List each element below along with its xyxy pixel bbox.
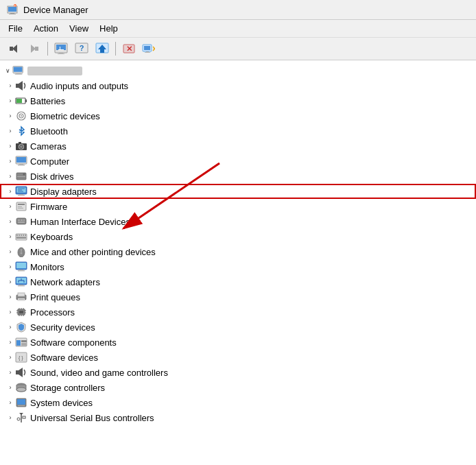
svg-rect-33 <box>25 99 27 102</box>
svg-rect-67 <box>23 235 24 236</box>
icon-softwarecomp <box>15 336 27 348</box>
label-security: Security devices <box>30 322 95 333</box>
tree-item-softwarecomp[interactable]: ›Software components <box>0 335 476 350</box>
icon-biometric <box>15 110 27 122</box>
chevron-disk: › <box>5 173 15 180</box>
svg-rect-8 <box>35 47 38 51</box>
label-biometric: Biometric devices <box>30 111 100 121</box>
svg-rect-110 <box>18 405 25 406</box>
svg-rect-34 <box>16 99 22 103</box>
tree-item-disk[interactable]: ›Disk drives <box>0 169 476 184</box>
svg-marker-105 <box>19 368 23 377</box>
tree-item-batteries[interactable]: ›Batteries <box>0 93 476 108</box>
menu-bar: File Action View Help <box>0 20 476 38</box>
svg-rect-61 <box>23 219 25 221</box>
icon-usb <box>15 412 27 424</box>
tree-item-usb[interactable]: ›Universal Serial Bus controllers <box>0 410 476 425</box>
tree-item-display[interactable]: ›Display adapters <box>0 184 476 199</box>
svg-marker-31 <box>19 81 23 91</box>
tree-item-mice[interactable]: ›Mice and other pointing devices <box>0 244 476 259</box>
svg-rect-45 <box>18 165 25 166</box>
svg-text:?: ? <box>80 44 84 52</box>
main-area: ∨ ›Audio inputs and outputs›Batteries›Bi… <box>0 60 476 464</box>
properties-button[interactable] <box>51 40 71 58</box>
chevron-sound: › <box>5 369 15 376</box>
tree-view[interactable]: ∨ ›Audio inputs and outputs›Batteries›Bi… <box>0 60 476 464</box>
toolbar-separator-1 <box>47 42 48 56</box>
tree-item-firmware[interactable]: ›Firmware <box>0 199 476 214</box>
svg-rect-3 <box>9 14 16 14</box>
menu-view[interactable]: View <box>64 21 94 36</box>
label-batteries: Batteries <box>30 96 65 106</box>
title-bar: Device Manager <box>0 0 476 20</box>
tree-items-container: ›Audio inputs and outputs›Batteries›Biom… <box>0 78 476 425</box>
menu-file[interactable]: File <box>3 21 28 36</box>
chevron-display: › <box>5 188 15 195</box>
tree-item-bluetooth[interactable]: ›Bluetooth <box>0 123 476 139</box>
svg-marker-112 <box>19 413 23 415</box>
title-bar-text: Device Manager <box>23 5 88 15</box>
svg-rect-55 <box>18 204 25 205</box>
back-button[interactable] <box>4 40 23 58</box>
tree-item-computer[interactable]: ›Computer <box>0 154 476 169</box>
svg-rect-64 <box>16 235 18 236</box>
update-driver-button[interactable] <box>93 40 112 58</box>
chevron-security: › <box>5 324 15 331</box>
svg-rect-52 <box>19 194 23 195</box>
svg-point-72 <box>21 252 23 254</box>
svg-rect-12 <box>58 53 64 54</box>
svg-text:{ }: { } <box>19 355 23 361</box>
tree-item-processors[interactable]: ›Processors <box>0 305 476 320</box>
menu-help[interactable]: Help <box>94 21 123 36</box>
tree-root-item[interactable]: ∨ <box>0 63 476 78</box>
tree-item-system[interactable]: ›System devices <box>0 395 476 410</box>
svg-marker-5 <box>12 45 17 53</box>
tree-item-network[interactable]: ›Network adapters <box>0 274 476 289</box>
svg-rect-47 <box>17 176 25 177</box>
icon-bluetooth <box>15 125 27 137</box>
tree-item-softwaredev[interactable]: ›{ }Software devices <box>0 350 476 365</box>
svg-rect-84 <box>19 299 24 300</box>
tree-item-security[interactable]: ›Security devices <box>0 320 476 335</box>
svg-rect-30 <box>16 84 19 88</box>
tree-item-sound[interactable]: ›Sound, video and game controllers <box>0 365 476 380</box>
svg-rect-44 <box>19 164 23 165</box>
label-processors: Processors <box>30 307 75 318</box>
tree-item-keyboards[interactable]: ›Keyboards <box>0 229 476 244</box>
tree-item-monitors[interactable]: ›Monitors <box>0 259 476 274</box>
svg-rect-29 <box>15 74 23 75</box>
tree-item-audio[interactable]: ›Audio inputs and outputs <box>0 78 476 93</box>
svg-rect-57 <box>18 208 23 208</box>
help-button[interactable]: ? <box>72 40 91 58</box>
svg-marker-7 <box>31 45 36 53</box>
chevron-network: › <box>5 278 15 285</box>
tree-item-hid[interactable]: ›Human Interface Devices <box>0 214 476 229</box>
svg-rect-62 <box>18 222 25 223</box>
svg-rect-2 <box>10 13 14 14</box>
icon-network <box>15 276 27 288</box>
icon-cameras <box>15 140 27 152</box>
svg-rect-43 <box>16 157 26 163</box>
uninstall-button[interactable]: ✕ <box>119 40 139 58</box>
label-computer: Computer <box>30 156 69 167</box>
svg-rect-80 <box>18 285 25 287</box>
forward-button[interactable] <box>25 40 44 58</box>
tree-item-storage[interactable]: ›Storage controllers <box>0 380 476 395</box>
svg-rect-23 <box>146 51 149 52</box>
svg-rect-75 <box>19 270 23 270</box>
svg-rect-6 <box>10 47 13 51</box>
scan-button[interactable] <box>140 40 159 58</box>
svg-rect-60 <box>21 219 23 221</box>
menu-action[interactable]: Action <box>28 21 64 36</box>
label-hid: Human Interface Devices <box>30 217 130 227</box>
svg-rect-22 <box>144 46 150 50</box>
toolbar-separator-2 <box>115 42 116 56</box>
tree-item-print[interactable]: ›Print queues <box>0 289 476 305</box>
svg-rect-53 <box>18 195 25 196</box>
svg-rect-69 <box>16 237 26 239</box>
chevron-monitors: › <box>5 263 15 270</box>
icon-security <box>15 321 27 333</box>
svg-rect-79 <box>19 285 23 285</box>
tree-item-biometric[interactable]: ›Biometric devices <box>0 108 476 123</box>
tree-item-cameras[interactable]: ›Cameras <box>0 139 476 154</box>
